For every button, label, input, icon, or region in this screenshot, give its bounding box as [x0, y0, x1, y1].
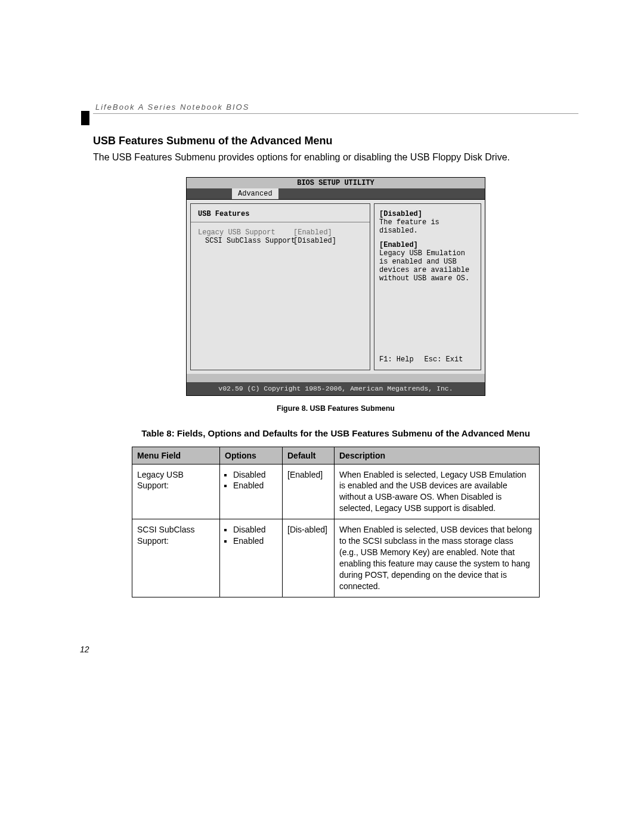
bios-row-value: [Enabled]: [293, 228, 332, 237]
cell-field: Legacy USB Support:: [132, 464, 220, 519]
bios-key-help: F1: Help: [379, 355, 414, 364]
th-default: Default: [283, 447, 335, 464]
bios-footer-keys: F1: Help Esc: Exit: [379, 355, 476, 364]
bios-panel-title: USB Features: [198, 210, 363, 218]
bios-help-disabled-text: The feature is disabled.: [379, 218, 476, 235]
bios-help-enabled-label: [Enabled]: [379, 241, 476, 249]
th-description: Description: [335, 447, 540, 464]
bios-tab-bar: Advanced: [187, 188, 485, 199]
cell-field: SCSI SubClass Support:: [132, 519, 220, 597]
bios-help-disabled-label: [Disabled]: [379, 210, 476, 218]
cell-options: Disabled Enabled: [220, 519, 283, 597]
table-row: Legacy USB Support: Disabled Enabled [En…: [132, 464, 540, 519]
bios-screenshot: BIOS SETUP UTILITY Advanced USB Features…: [186, 177, 485, 396]
corner-tab-icon: [81, 111, 87, 125]
bios-help-enabled-text: Legacy USB Emulation is enabled and USB …: [379, 249, 476, 283]
cell-description: When Enabled is selected, Legacy USB Emu…: [335, 464, 540, 519]
option-item: Enabled: [233, 480, 277, 491]
bios-copyright: v02.59 (C) Copyright 1985-2006, American…: [187, 382, 485, 395]
bios-title: BIOS SETUP UTILITY: [187, 178, 485, 188]
options-table: Menu Field Options Default Description L…: [132, 447, 540, 597]
bios-row-legacy-usb: Legacy USB Support [Enabled]: [198, 228, 363, 237]
cell-description: When Enabled is selected, USB devices th…: [335, 519, 540, 597]
option-item: Disabled: [233, 524, 277, 535]
cell-default: [Dis-abled]: [283, 519, 335, 597]
bios-left-panel: USB Features Legacy USB Support [Enabled…: [190, 203, 370, 370]
bios-row-label: Legacy USB Support: [198, 228, 293, 237]
bios-row-label: SCSI SubClass Support: [205, 237, 293, 245]
running-head: LifeBook A Series Notebook BIOS: [93, 103, 578, 114]
bios-tab-advanced: Advanced: [232, 188, 278, 199]
bios-row-value: [Disabled]: [293, 237, 336, 245]
table-header-row: Menu Field Options Default Description: [132, 447, 540, 464]
th-menu-field: Menu Field: [132, 447, 220, 464]
figure-caption: Figure 8. USB Features Submenu: [93, 404, 578, 413]
cell-options: Disabled Enabled: [220, 464, 283, 519]
option-item: Disabled: [233, 469, 277, 481]
section-heading: USB Features Submenu of the Advanced Men…: [93, 135, 578, 147]
cell-default: [Enabled]: [283, 464, 335, 519]
running-head-wrap: LifeBook A Series Notebook BIOS: [93, 103, 578, 124]
intro-paragraph: The USB Features Submenu provides option…: [93, 151, 578, 164]
table-row: SCSI SubClass Support: Disabled Enabled …: [132, 519, 540, 597]
option-item: Enabled: [233, 535, 277, 547]
page-number: 12: [80, 645, 89, 654]
bios-help-panel: [Disabled] The feature is disabled. [Ena…: [374, 203, 481, 370]
th-options: Options: [220, 447, 283, 464]
table-caption: Table 8: Fields, Options and Defaults fo…: [93, 428, 578, 438]
bios-row-scsi-subclass: SCSI SubClass Support [Disabled]: [198, 237, 363, 245]
bios-key-exit: Esc: Exit: [425, 355, 463, 364]
